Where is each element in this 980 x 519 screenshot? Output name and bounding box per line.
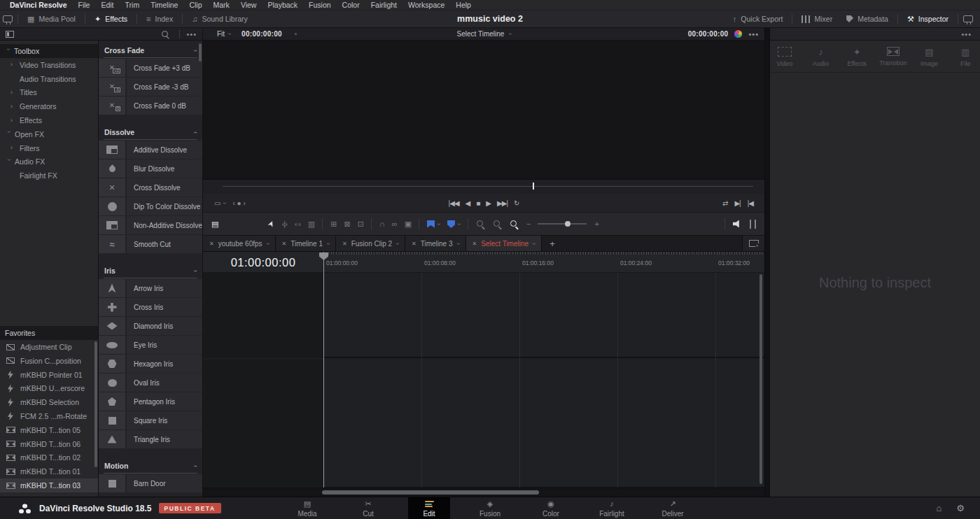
favorite-mkbhd-pointer-01[interactable]: mKBHD Pointer 01 xyxy=(0,368,98,382)
effect-dip-to-color-dissolve[interactable]: Dip To Color Dissolve xyxy=(99,197,202,215)
mixer-button[interactable]: Mixer xyxy=(794,10,839,27)
timeline-ruler[interactable]: 01:00:00:00 01:00:00:0001:00:08:0001:00:… xyxy=(203,252,764,273)
playhead-line[interactable] xyxy=(323,252,324,488)
timeline-horizontal-scrollbar[interactable] xyxy=(203,488,764,497)
close-icon[interactable]: ✕ xyxy=(412,241,416,247)
effect-barn-door[interactable]: Barn Door xyxy=(99,474,202,492)
menu-fairlight[interactable]: Fairlight xyxy=(365,0,402,10)
menu-trim[interactable]: Trim xyxy=(120,0,146,10)
zoom-slider[interactable] xyxy=(538,223,587,225)
sidebar-item-effects[interactable]: ›Effects xyxy=(0,113,98,127)
go-to-last-frame-button[interactable]: ▶▶| xyxy=(497,200,507,207)
effect-cross-iris[interactable]: Cross Iris xyxy=(99,298,202,316)
project-media-icon[interactable] xyxy=(3,15,13,22)
sidebar-item-open-fx[interactable]: ›Open FX xyxy=(0,127,98,141)
favorite-mkbhd-t-tion-01[interactable]: mKBHD T...tion 01 xyxy=(0,464,98,478)
quick-export-button[interactable]: ↑Quick Export xyxy=(726,10,790,27)
settings-gear-icon[interactable]: ⚙ xyxy=(956,504,965,513)
effect-triangle-iris[interactable]: Triangle Iris xyxy=(99,430,202,448)
cinema-viewer-icon[interactable] xyxy=(963,15,973,22)
chevron-down-icon[interactable]: › xyxy=(325,243,331,245)
overwrite-clip-button[interactable]: ⊠ xyxy=(344,220,349,228)
effect-eye-iris[interactable]: Eye Iris xyxy=(99,336,202,354)
insert-clip-button[interactable]: ⊞ xyxy=(330,220,336,228)
collapse-icon[interactable]: › xyxy=(192,465,199,467)
inspector-tab-file[interactable]: ▥File xyxy=(951,47,980,67)
inspector-button[interactable]: ⚒Inspector xyxy=(900,10,955,27)
close-icon[interactable]: ✕ xyxy=(282,241,287,247)
search-icon[interactable] xyxy=(161,30,169,38)
menu-help[interactable]: Help xyxy=(450,0,477,10)
effect-cross-fade-3-db[interactable]: ✕-1Cross Fade -3 dB xyxy=(99,78,202,96)
page-tab-color[interactable]: ◉Color xyxy=(530,497,572,519)
timeline-tab-timeline-1[interactable]: ✕Timeline 1› xyxy=(276,236,336,251)
favorite-mkbhd-t-tion-05[interactable]: mKBHD T...tion 05 xyxy=(0,423,98,437)
collapsed-audio-meters[interactable] xyxy=(764,28,770,497)
page-tab-deliver[interactable]: ↗Deliver xyxy=(652,497,694,519)
inspector-tab-audio[interactable]: ♪Audio xyxy=(806,47,836,67)
timeline-tab-fusion-clip-2[interactable]: ✕Fusion Clip 2› xyxy=(336,236,405,251)
sidebar-item-audio-transitions[interactable]: Audio Transitions xyxy=(0,72,98,86)
effect-cross-fade-0-db[interactable]: ✕0Cross Fade 0 dB xyxy=(99,97,202,115)
selection-tool-button[interactable]: ➤ xyxy=(268,220,274,228)
effects-scrollbar[interactable] xyxy=(199,43,202,62)
dynamic-trim-mode-button[interactable]: ‹·› xyxy=(295,220,300,228)
viewer-more-options[interactable]: ••• xyxy=(748,30,759,38)
sound-library-button[interactable]: ♫Sound Library xyxy=(185,10,255,27)
menu-davinci-resolve[interactable]: DaVinci Resolve xyxy=(4,0,73,10)
razor-tool-button[interactable]: ▥ xyxy=(308,220,314,228)
scrub-position-marker[interactable] xyxy=(533,183,534,190)
timeline-view-button[interactable] xyxy=(742,236,764,251)
menu-playback[interactable]: Playback xyxy=(262,0,303,10)
viewer-scrub-bar[interactable] xyxy=(203,180,764,194)
menu-color[interactable]: Color xyxy=(337,0,365,10)
play-around-button[interactable]: ▶| xyxy=(734,200,740,207)
collapse-icon[interactable]: › xyxy=(192,50,199,52)
favorite-adjustment-clip[interactable]: Adjustment Clip xyxy=(0,340,98,354)
close-icon[interactable]: ✕ xyxy=(472,241,477,247)
favorite-mkbhd-selection[interactable]: mKBHD Selection xyxy=(0,395,98,409)
loop-playback-button[interactable]: ⇄ xyxy=(722,200,727,207)
favorite-fusion-c-position[interactable]: Fusion C...position xyxy=(0,354,98,368)
trim-edit-mode-button[interactable]: ‹|› xyxy=(282,220,287,228)
flag-button[interactable]: › xyxy=(427,220,440,228)
menu-fusion[interactable]: Fusion xyxy=(303,0,337,10)
page-tab-media[interactable]: ▤Media xyxy=(286,497,328,519)
menu-edit[interactable]: Edit xyxy=(95,0,119,10)
menu-view[interactable]: View xyxy=(235,0,262,10)
effect-cross-fade-3-db[interactable]: ✕+1Cross Fade +3 dB xyxy=(99,59,202,77)
effects-button[interactable]: ✦Effects xyxy=(88,10,134,27)
effect-cross-dissolve[interactable]: ✕Cross Dissolve xyxy=(99,178,202,197)
marker-button[interactable]: › xyxy=(447,220,460,228)
sidebar-item-filters[interactable]: ›Filters xyxy=(0,141,98,155)
timeline-tab-timeline-3[interactable]: ✕Timeline 3› xyxy=(405,236,465,251)
favorite-mkbhd-t-tion-06[interactable]: mKBHD T...tion 06 xyxy=(0,437,98,451)
timeline-tab-select-timeline[interactable]: ✕Select Timeline› xyxy=(466,236,542,251)
timeline-tracks[interactable] xyxy=(203,273,764,488)
snapping-button[interactable]: ∩ xyxy=(379,220,384,228)
effects-more-options[interactable]: ••• xyxy=(179,30,197,38)
inspector-tab-effects[interactable]: ✦Effects xyxy=(842,47,872,67)
zoom-in-button[interactable]: + xyxy=(594,220,598,228)
sidebar-item-fairlight-fx[interactable]: Fairlight FX xyxy=(0,169,98,183)
stop-button[interactable]: ■ xyxy=(476,200,479,207)
timeline-viewer[interactable] xyxy=(203,41,764,180)
position-lock-button[interactable]: ▣ xyxy=(405,220,411,228)
page-tab-cut[interactable]: ✂Cut xyxy=(347,497,389,519)
collapse-icon[interactable]: › xyxy=(192,131,199,134)
chevron-down-icon[interactable]: › xyxy=(394,243,400,245)
replace-clip-button[interactable]: ⊡ xyxy=(358,220,363,228)
index-button[interactable]: ≡Index xyxy=(139,10,180,27)
media-pool-button[interactable]: ▦Media Pool xyxy=(20,10,83,27)
viewer-zoom-select[interactable]: Fit› xyxy=(217,30,230,38)
favorite-fcm-2-5-m-rotate[interactable]: FCM 2.5 ...m-Rotate xyxy=(0,409,98,423)
zoom-detail-button[interactable] xyxy=(493,220,502,229)
close-icon[interactable]: ✕ xyxy=(209,241,214,247)
timeline-vertical-scrollbar[interactable] xyxy=(760,274,762,484)
effect-non-additive-dissolve[interactable]: Non-Additive Dissolve xyxy=(99,216,202,234)
loop-button[interactable]: ↻ xyxy=(514,200,519,207)
favorite-mkbhd-t-tion-02[interactable]: mKBHD T...tion 02 xyxy=(0,451,98,465)
effect-additive-dissolve[interactable]: Additive Dissolve xyxy=(99,141,202,159)
sidebar-item-titles[interactable]: ›Titles xyxy=(0,86,98,100)
menu-clip[interactable]: Clip xyxy=(183,0,207,10)
